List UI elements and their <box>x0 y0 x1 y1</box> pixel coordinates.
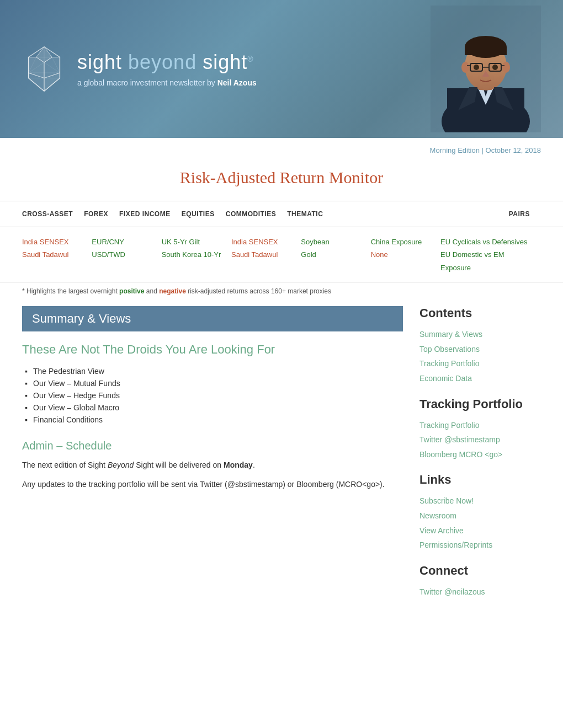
monitor-val-southkorea10yr[interactable]: South Korea 10-Yr <box>162 248 223 261</box>
author-photo <box>431 6 541 132</box>
logo-area: sight beyond sight® a global macro inves… <box>22 44 257 94</box>
admin-text-1: The next edition of Sight Beyond Sight w… <box>22 459 403 471</box>
monitor-val-saudi-tadawul-eq[interactable]: Saudi Tadawul <box>231 248 293 261</box>
admin-text-end: . <box>253 461 255 469</box>
monitor-val-eurcny[interactable]: EUR/CNY <box>92 235 153 248</box>
svg-point-22 <box>461 62 469 73</box>
brand-title: sight beyond sight® <box>77 51 257 74</box>
sidebar-link-bloomberg[interactable]: Bloomberg MCRO <go> <box>419 447 535 462</box>
monitor-val-saudi-tadawul-cross[interactable]: Saudi Tadawul <box>22 248 83 261</box>
svg-rect-21 <box>465 47 507 55</box>
svg-point-29 <box>474 65 479 70</box>
tab-thematic[interactable]: THEMATIC <box>287 208 334 220</box>
gem-logo-icon <box>22 44 66 94</box>
admin-text-bold: Monday <box>224 461 253 469</box>
sidebar-link-twitter-sbs[interactable]: Twitter @sbstimestamp <box>419 432 535 447</box>
sidebar-link-tracking[interactable]: Tracking Portfolio <box>419 356 535 371</box>
monitor-val-eu-domestic[interactable]: EU Domestic vs EM Exposure <box>440 248 533 274</box>
monitor-col-fixed-income: UK 5-Yr Gilt South Korea 10-Yr <box>162 235 231 274</box>
sidebar-link-newsroom[interactable]: Newsroom <box>419 508 535 523</box>
admin-text-suffix: Sight will be delivered on <box>134 461 224 469</box>
main-content: Summary & Views These Are Not The Droids… <box>0 306 563 599</box>
admin-title: Admin – Schedule <box>22 440 403 452</box>
admin-text-italic: Beyond <box>108 461 134 469</box>
sidebar-links-title: Links <box>419 473 535 487</box>
monitor-note-pos: positive <box>119 287 144 295</box>
monitor-col-commodities: Soybean Gold <box>301 235 370 274</box>
list-item: Our View – Global Macro <box>33 402 403 414</box>
list-item: Financial Conditions <box>33 414 403 426</box>
monitor-val-eu-cyclicals[interactable]: EU Cyclicals vs Defensives <box>440 235 533 248</box>
sidebar-connect-title: Connect <box>419 564 535 578</box>
sidebar-link-tracking-portfolio[interactable]: Tracking Portfolio <box>419 418 535 433</box>
monitor-val-india-sensex-cross[interactable]: India SENSEX <box>22 235 83 248</box>
tab-cross-asset[interactable]: CROSS-ASSET <box>22 208 84 220</box>
sidebar-link-summary[interactable]: Summary & Views <box>419 327 535 342</box>
svg-rect-16 <box>447 88 524 132</box>
monitor-note-neg: negative <box>159 287 186 295</box>
author-photo-image <box>431 6 541 132</box>
admin-text-2: Any updates to the tracking portfolio wi… <box>22 478 403 490</box>
right-sidebar: Contents Summary & Views Top Observation… <box>419 306 535 599</box>
brand-subtitle: a global macro investment newsletter by … <box>77 78 257 87</box>
list-item: Our View – Mutual Funds <box>33 377 403 389</box>
tab-pairs[interactable]: PAIRS <box>509 208 541 220</box>
monitor-val-none-thematic[interactable]: None <box>371 248 432 261</box>
monitor-col-pairs: EU Cyclicals vs Defensives EU Domestic v… <box>440 235 541 274</box>
monitor-val-china-exposure[interactable]: China Exposure <box>371 235 432 248</box>
sidebar-tracking-title: Tracking Portfolio <box>419 397 535 411</box>
list-item: Our View – Hedge Funds <box>33 389 403 402</box>
sidebar-link-top-obs[interactable]: Top Observations <box>419 342 535 357</box>
admin-text-prefix: The next edition of Sight <box>22 461 108 469</box>
tab-equities[interactable]: EQUITIES <box>182 208 226 220</box>
monitor-val-uk5yr[interactable]: UK 5-Yr Gilt <box>162 235 223 248</box>
monitor-val-gold[interactable]: Gold <box>301 248 362 261</box>
date-line: Morning Edition | October 12, 2018 <box>0 138 563 157</box>
monitor-note-prefix: * Highlights the largest overnight <box>22 287 119 295</box>
monitor-table: India SENSEX Saudi Tadawul EUR/CNY USD/T… <box>0 227 563 283</box>
monitor-note-mid: and <box>144 287 159 295</box>
monitor-val-usdtwd[interactable]: USD/TWD <box>92 248 153 261</box>
header-content: sight beyond sight® a global macro inves… <box>0 0 563 138</box>
summary-section-header: Summary & Views <box>22 306 403 331</box>
monitor-col-forex: EUR/CNY USD/TWD <box>92 235 161 274</box>
sidebar-link-economic[interactable]: Economic Data <box>419 371 535 386</box>
brand-accent: beyond <box>128 51 196 73</box>
page-title-area: Risk-Adjusted Return Monitor <box>0 157 563 201</box>
tab-commodities[interactable]: COMMODITIES <box>226 208 288 220</box>
sidebar-contents-title: Contents <box>419 306 535 320</box>
svg-point-30 <box>492 65 498 70</box>
nav-tabs: CROSS-ASSET FOREX FIXED INCOME EQUITIES … <box>0 201 563 227</box>
author-name: Neil Azous <box>217 78 257 87</box>
monitor-col-cross-asset: India SENSEX Saudi Tadawul <box>22 235 92 274</box>
header-banner: sight beyond sight® a global macro inves… <box>0 0 563 138</box>
monitor-col-thematic: China Exposure None <box>371 235 440 274</box>
brand-text: sight beyond sight® a global macro inves… <box>77 51 257 87</box>
monitor-note-end: risk-adjusted returns across 160+ market… <box>186 287 331 295</box>
monitor-val-india-sensex-eq[interactable]: India SENSEX <box>231 235 293 248</box>
monitor-note: * Highlights the largest overnight posit… <box>0 283 563 306</box>
page-title: Risk-Adjusted Return Monitor <box>22 168 541 187</box>
bullet-list: The Pedestrian View Our View – Mutual Fu… <box>33 365 403 426</box>
list-item: The Pedestrian View <box>33 365 403 377</box>
tab-forex[interactable]: FOREX <box>84 208 119 220</box>
sidebar-link-archive[interactable]: View Archive <box>419 523 535 538</box>
tab-fixed-income[interactable]: FIXED INCOME <box>119 208 182 220</box>
article-title: These Are Not The Droids You Are Looking… <box>22 342 403 357</box>
sidebar-link-permissions[interactable]: Permissions/Reprints <box>419 538 535 553</box>
svg-point-23 <box>502 62 510 73</box>
left-column: Summary & Views These Are Not The Droids… <box>22 306 403 599</box>
sidebar-link-subscribe[interactable]: Subscribe Now! <box>419 494 535 508</box>
monitor-val-soybean[interactable]: Soybean <box>301 235 362 248</box>
sidebar-link-twitter-neil[interactable]: Twitter @neilazous <box>419 585 535 599</box>
monitor-col-equities: India SENSEX Saudi Tadawul <box>231 235 301 274</box>
